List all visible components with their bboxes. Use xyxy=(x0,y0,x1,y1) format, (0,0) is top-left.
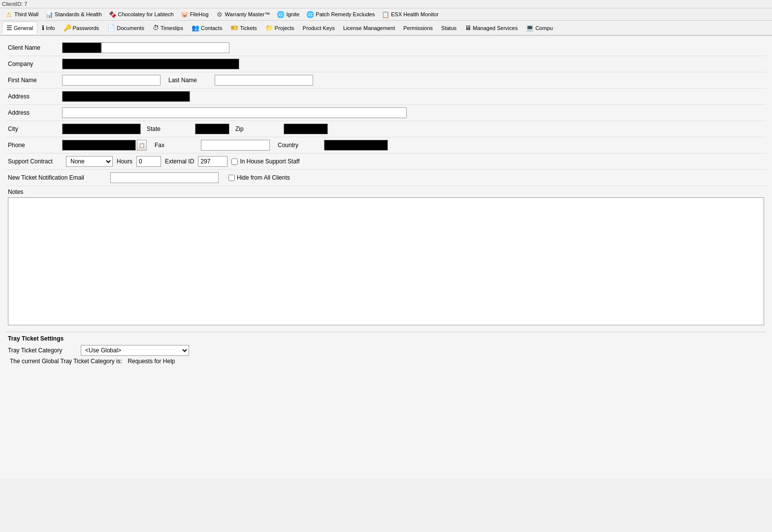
tray-global-info: The current Global Tray Ticket Category … xyxy=(8,358,764,365)
client-name-input-prefix[interactable] xyxy=(62,42,101,53)
chocolatey-icon: 🍫 xyxy=(109,10,117,18)
third-wall-icon: ⚠ xyxy=(5,10,13,18)
phone-icon-button[interactable]: 📋 xyxy=(137,140,147,151)
phone-input[interactable] xyxy=(62,140,136,151)
country-input[interactable] xyxy=(324,140,388,151)
nav-third-wall-label: Third Wall xyxy=(14,11,38,17)
notification-email-label: New Ticket Notification Email xyxy=(8,174,106,181)
phone-fax-row: Phone 📋 Fax Country xyxy=(6,137,766,154)
zip-input[interactable] xyxy=(284,124,328,134)
city-input[interactable] xyxy=(62,124,141,134)
timeslips-icon: ⏱ xyxy=(153,24,159,31)
notes-textarea[interactable] xyxy=(8,197,764,325)
filehog-icon: 🐷 xyxy=(181,10,189,18)
tray-global-value: Requests for Help xyxy=(128,358,175,365)
tab-compu[interactable]: 💻 Compu xyxy=(522,22,556,33)
company-label: Company xyxy=(8,61,62,67)
nav-third-wall[interactable]: ⚠ Third Wall xyxy=(2,9,41,19)
nav-warranty-master[interactable]: ⚙ Warranty Master™ xyxy=(213,9,273,19)
state-input[interactable] xyxy=(195,124,229,134)
address2-input[interactable] xyxy=(62,107,407,118)
patch-remedy-icon: 🌐 xyxy=(306,10,314,18)
title-bar: ClientID: 7 xyxy=(0,0,772,8)
nav-warranty-master-label: Warranty Master™ xyxy=(225,11,270,17)
notification-email-input[interactable] xyxy=(110,172,219,183)
warranty-master-icon: ⚙ xyxy=(216,10,224,18)
passwords-icon: 🔑 xyxy=(64,24,71,31)
projects-icon: 📁 xyxy=(265,24,273,31)
first-name-input[interactable] xyxy=(62,75,161,86)
tab-timeslips[interactable]: ⏱ Timeslips xyxy=(149,22,187,33)
nav-filehog[interactable]: 🐷 FileHog xyxy=(178,9,212,19)
tab-general[interactable]: ☰ General xyxy=(2,22,37,34)
tab-compu-label: Compu xyxy=(535,25,552,31)
nav-standards-health-label: Standards & Health xyxy=(55,11,101,17)
fax-input[interactable] xyxy=(201,140,270,151)
notes-label-row: Notes xyxy=(6,186,766,196)
nav-patch-remedy[interactable]: 🌐 Patch Remedy Excludes xyxy=(303,9,378,19)
address2-row: Address xyxy=(6,105,766,121)
hide-label-text: Hide from All Clients xyxy=(237,174,290,181)
general-icon: ☰ xyxy=(6,24,12,31)
tab-passwords[interactable]: 🔑 Passwords xyxy=(60,22,103,33)
tab-info-label: Info xyxy=(46,25,55,31)
tab-permissions[interactable]: Permissions xyxy=(399,23,437,33)
last-name-input[interactable] xyxy=(215,75,313,86)
tab-contacts[interactable]: 👥 Contacts xyxy=(188,22,226,33)
nav-ignite[interactable]: 🌐 Ignite xyxy=(274,9,302,19)
tray-global-prefix: The current Global Tray Ticket Category … xyxy=(10,358,122,365)
address1-input[interactable] xyxy=(62,91,190,102)
nav-esx-health-label: ESX Health Monitor xyxy=(391,11,439,17)
in-house-checkbox-label[interactable]: In House Support Staff xyxy=(231,158,299,165)
in-house-checkbox[interactable] xyxy=(231,158,238,165)
client-name-input[interactable] xyxy=(101,42,229,53)
hours-input[interactable] xyxy=(136,156,161,167)
in-house-label-text: In House Support Staff xyxy=(240,158,299,165)
nav-filehog-label: FileHog xyxy=(190,11,209,17)
toolbar-row-2: ☰ General ℹ Info 🔑 Passwords 📄 Documents… xyxy=(0,21,772,36)
documents-icon: 📄 xyxy=(107,24,115,31)
tab-license-mgmt-label: License Management xyxy=(343,25,395,31)
ignite-icon: 🌐 xyxy=(277,10,285,18)
company-input[interactable] xyxy=(62,59,239,69)
hide-checkbox-label[interactable]: Hide from All Clients xyxy=(228,174,290,181)
tab-status[interactable]: Status xyxy=(437,23,460,33)
support-contract-row: Support Contract None Per Incident Month… xyxy=(6,154,766,170)
support-contract-select[interactable]: None Per Incident Monthly Annual xyxy=(66,156,113,167)
hide-checkbox[interactable] xyxy=(228,175,235,181)
nav-chocolatey[interactable]: 🍫 Chocolatey for Labtech xyxy=(106,9,177,19)
company-row: Company xyxy=(6,56,766,72)
tab-tickets[interactable]: 🎫 Tickets xyxy=(226,22,260,33)
phone-book-icon: 📋 xyxy=(139,143,145,148)
tab-general-label: General xyxy=(14,25,33,31)
compu-icon: 💻 xyxy=(526,24,534,31)
tickets-icon: 🎫 xyxy=(230,24,238,31)
tray-ticket-section: Tray Ticket Settings Tray Ticket Categor… xyxy=(6,332,766,368)
standards-health-icon: 📊 xyxy=(45,10,53,18)
tab-managed-services-label: Managed Services xyxy=(473,25,517,31)
address1-label: Address xyxy=(8,93,62,100)
tab-license-mgmt[interactable]: License Management xyxy=(339,23,399,33)
nav-esx-health[interactable]: 📋 ESX Health Monitor xyxy=(379,9,442,19)
tab-projects[interactable]: 📁 Projects xyxy=(261,22,298,33)
tab-managed-services[interactable]: 🖥 Managed Services xyxy=(461,22,521,33)
client-id-text: ClientID: 7 xyxy=(2,1,27,7)
notification-email-row: New Ticket Notification Email Hide from … xyxy=(6,170,766,186)
nav-standards-health[interactable]: 📊 Standards & Health xyxy=(42,9,104,19)
nav-patch-remedy-label: Patch Remedy Excludes xyxy=(316,11,375,17)
external-id-input[interactable] xyxy=(198,156,227,167)
toolbar-row-1: ⚠ Third Wall 📊 Standards & Health 🍫 Choc… xyxy=(0,8,772,21)
tab-documents-label: Documents xyxy=(117,25,144,31)
tray-category-select[interactable]: <Use Global> Requests for Help General S… xyxy=(81,345,189,356)
fax-label: Fax xyxy=(147,142,201,149)
tab-info[interactable]: ℹ Info xyxy=(38,22,59,33)
main-content: Client Name Company First Name Last Name… xyxy=(0,36,772,479)
hours-label: Hours xyxy=(117,158,132,165)
phone-label: Phone xyxy=(8,142,62,149)
tab-documents[interactable]: 📄 Documents xyxy=(103,22,148,33)
tab-product-keys[interactable]: Product Keys xyxy=(299,23,339,33)
tab-passwords-label: Passwords xyxy=(73,25,99,31)
managed-services-icon: 🖥 xyxy=(465,24,471,31)
tab-product-keys-label: Product Keys xyxy=(303,25,335,31)
zip-label: Zip xyxy=(229,125,284,132)
